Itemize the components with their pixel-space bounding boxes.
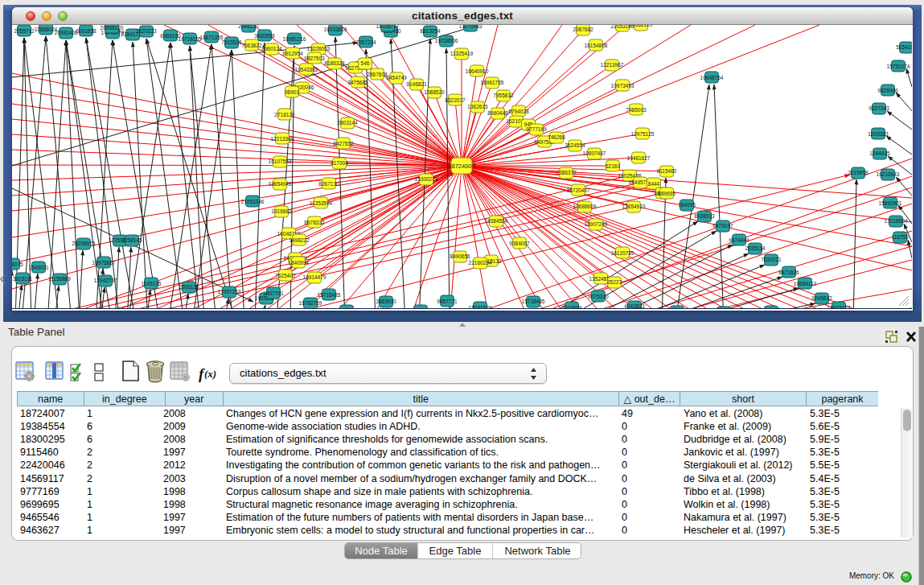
svg-text:18907249: 18907249 bbox=[585, 221, 608, 227]
svg-text:8444: 8444 bbox=[648, 181, 660, 187]
svg-text:8471626: 8471626 bbox=[778, 270, 799, 275]
svg-text:9329966: 9329966 bbox=[877, 88, 898, 93]
svg-text:17016504: 17016504 bbox=[885, 218, 908, 224]
svg-text:9115460: 9115460 bbox=[657, 168, 677, 174]
svg-text:10807487: 10807487 bbox=[583, 150, 606, 156]
svg-text:35223: 35223 bbox=[607, 279, 622, 285]
svg-text:7485003: 7485003 bbox=[626, 107, 647, 113]
svg-text:6479197: 6479197 bbox=[713, 223, 733, 229]
svg-text:62160: 62160 bbox=[606, 163, 620, 169]
svg-text:10648764: 10648764 bbox=[700, 75, 724, 80]
svg-text:10654112: 10654112 bbox=[794, 281, 817, 286]
svg-text:9227343: 9227343 bbox=[869, 105, 889, 111]
svg-text:15751074: 15751074 bbox=[887, 64, 910, 69]
svg-text:9075310: 9075310 bbox=[588, 294, 609, 299]
svg-text:9474444: 9474444 bbox=[729, 237, 749, 243]
svg-text:2087682: 2087682 bbox=[573, 27, 593, 32]
svg-text:15720407: 15720407 bbox=[567, 187, 590, 193]
svg-text:15692901: 15692901 bbox=[879, 200, 902, 206]
svg-text:19461627: 19461627 bbox=[627, 155, 651, 161]
svg-text:20562129: 20562129 bbox=[630, 25, 653, 27]
svg-text:10973493: 10973493 bbox=[611, 83, 634, 89]
svg-text:13654923: 13654923 bbox=[622, 204, 646, 209]
svg-text:16210643: 16210643 bbox=[877, 171, 900, 177]
svg-text:12213967: 12213967 bbox=[601, 62, 624, 68]
svg-text:1244415: 1244415 bbox=[869, 150, 890, 156]
svg-text:2983419: 2983419 bbox=[761, 308, 782, 309]
svg-text:689695: 689695 bbox=[658, 191, 676, 196]
svg-text:19490077: 19490077 bbox=[666, 308, 689, 309]
svg-text:1209383: 1209383 bbox=[868, 131, 889, 137]
svg-text:8938913: 8938913 bbox=[694, 213, 715, 219]
svg-text:19973477: 19973477 bbox=[827, 305, 851, 309]
svg-text:4043823: 4043823 bbox=[624, 303, 645, 309]
svg-text:16154808: 16154808 bbox=[585, 43, 608, 48]
svg-text:12975125: 12975125 bbox=[631, 131, 655, 137]
svg-text:9245612: 9245612 bbox=[811, 295, 832, 301]
svg-text:16120785: 16120785 bbox=[611, 250, 634, 256]
svg-text:116753: 116753 bbox=[891, 234, 909, 240]
svg-text:3343959: 3343959 bbox=[561, 305, 582, 309]
svg-text:7632021: 7632021 bbox=[761, 257, 782, 262]
svg-text:3624554: 3624554 bbox=[565, 142, 585, 148]
svg-text:3215958: 3215958 bbox=[848, 170, 869, 175]
svg-text:5154104: 5154104 bbox=[896, 44, 912, 50]
svg-text:2935114: 2935114 bbox=[745, 245, 766, 251]
svg-text:10688609: 10688609 bbox=[573, 204, 597, 209]
svg-text:(x): (x) bbox=[204, 368, 216, 380]
svg-text:164095: 164095 bbox=[678, 202, 696, 208]
